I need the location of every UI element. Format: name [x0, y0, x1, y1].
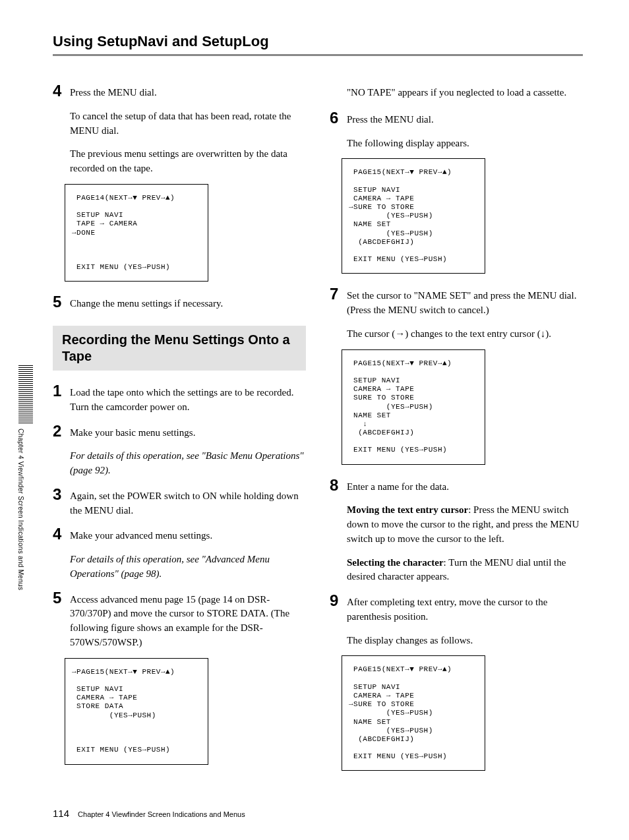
- step-text: The display changes as follows.: [347, 634, 583, 648]
- step-number: 7: [330, 285, 347, 303]
- menu-screen-page15-final: PAGE15(NEXT→▼ PREV→▲) SETUP NAVI CAMERA …: [342, 655, 485, 771]
- step-text: Make your basic menu settings.: [70, 426, 306, 440]
- selecting-character-text: Selecting the character: Turn the MENU d…: [347, 556, 583, 585]
- section-heading-recording: Recording the Menu Settings Onto a Tape: [53, 326, 306, 371]
- moving-cursor-text: Moving the text entry cursor: Press the …: [347, 503, 583, 546]
- rec-step-8: 8 Enter a name for the data. Moving the …: [330, 477, 583, 585]
- selecting-character-label: Selecting the character: [347, 557, 444, 568]
- step-number: 6: [330, 109, 347, 127]
- menu-screen-page14: PAGE14(NEXT→▼ PREV→▲) SETUP NAVI TAPE → …: [65, 184, 208, 282]
- step-text: The previous menu settings are overwritt…: [70, 147, 306, 176]
- page-title: Using SetupNavi and SetupLog: [53, 33, 583, 56]
- menu-screen-page15-store: →PAGE15(NEXT→▼ PREV→▲) SETUP NAVI CAMERA…: [65, 658, 208, 765]
- rec-step-7: 7 Set the cursor to "NAME SET" and press…: [330, 285, 583, 341]
- rec-step-1: 1 Load the tape onto which the settings …: [53, 382, 306, 415]
- step-text: After completing text entry, move the cu…: [347, 595, 583, 624]
- step-number: 2: [53, 423, 70, 440]
- step-number: 5: [53, 293, 70, 311]
- rec-step-3: 3 Again, set the POWER switch to ON whil…: [53, 486, 306, 518]
- menu-screen-page15-sure: PAGE15(NEXT→▼ PREV→▲) SETUP NAVI CAMERA …: [342, 158, 485, 274]
- step-text: The following display appears.: [347, 136, 583, 151]
- step-text: To cancel the setup of data that has bee…: [70, 109, 306, 138]
- step-text: Load the tape onto which the settings ar…: [70, 386, 306, 415]
- step-text: Enter a name for the data.: [347, 480, 583, 495]
- menu-screen-page15-nameset: PAGE15(NEXT→▼ PREV→▲) SETUP NAVI CAMERA …: [342, 349, 485, 465]
- step-text: Set the cursor to "NAME SET" and press t…: [347, 289, 583, 318]
- barcode-graphic: [18, 365, 33, 423]
- page-footer: 114 Chapter 4 Viewfinder Screen Indicati…: [53, 808, 245, 819]
- step-number: 8: [330, 477, 347, 494]
- step-number: 3: [53, 486, 70, 503]
- rec-step-5: 5 Access advanced menu page 15 (page 14 …: [53, 589, 306, 650]
- continuation-text: "NO TAPE" appears if you neglected to lo…: [347, 86, 583, 100]
- side-margin: Chapter 4 Viewfinder Screen Indications …: [17, 365, 33, 590]
- moving-cursor-label: Moving the text entry cursor: [347, 504, 468, 515]
- step-text: Press the MENU dial.: [347, 113, 583, 127]
- page-number: 114: [53, 808, 69, 819]
- step-reference: For details of this operation, see "Adva…: [70, 553, 306, 582]
- step-5: 5 Change the menu settings if necessary.: [53, 293, 306, 311]
- step-number: 5: [53, 589, 70, 607]
- rec-step-2: 2 Make your basic menu settings. For det…: [53, 423, 306, 478]
- footer-chapter-text: Chapter 4 Viewfinder Screen Indications …: [78, 810, 245, 818]
- rec-step-9: 9 After completing text entry, move the …: [330, 592, 583, 647]
- step-number: 4: [53, 82, 70, 100]
- chapter-side-label: Chapter 4 Viewfinder Screen Indications …: [17, 429, 24, 590]
- rec-step-6: 6 Press the MENU dial. The following dis…: [330, 109, 583, 151]
- step-reference: For details of this operation, see "Basi…: [70, 449, 306, 478]
- step-text: Make your advanced menu settings.: [70, 529, 306, 543]
- step-number: 1: [53, 382, 70, 400]
- step-text: Access advanced menu page 15 (page 14 on…: [70, 593, 306, 650]
- step-text: Press the MENU dial.: [70, 86, 306, 100]
- left-column: 4 Press the MENU dial. To cancel the set…: [53, 82, 306, 783]
- rec-step-4: 4 Make your advanced menu settings. For …: [53, 525, 306, 581]
- step-number: 9: [330, 592, 347, 609]
- step-text: Again, set the POWER switch to ON while …: [70, 489, 306, 518]
- step-text: Change the menu settings if necessary.: [70, 297, 306, 311]
- step-text: The cursor (→) changes to the text entry…: [347, 327, 583, 342]
- step-4: 4 Press the MENU dial. To cancel the set…: [53, 82, 306, 176]
- step-number: 4: [53, 525, 70, 543]
- right-column: "NO TAPE" appears if you neglected to lo…: [330, 82, 583, 783]
